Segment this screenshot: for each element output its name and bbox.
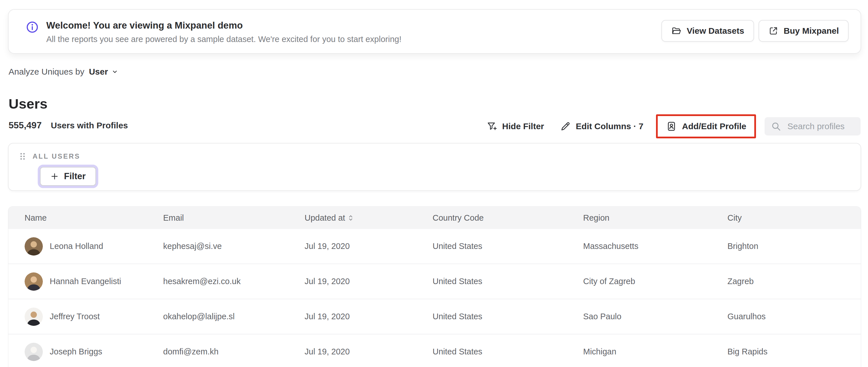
table-row[interactable]: Joseph Briggs domfi@zem.kh Jul 19, 2020 … xyxy=(8,334,861,367)
annotation-highlight-box: Add/Edit Profile xyxy=(656,114,756,138)
external-link-icon xyxy=(768,26,779,36)
stats-row: 555,497 Users with Profiles xyxy=(8,120,128,131)
analyze-by-select[interactable]: User xyxy=(89,67,118,77)
analyze-by-value: User xyxy=(89,67,108,77)
column-header-name: Name xyxy=(25,213,163,223)
edit-columns-button[interactable]: Edit Columns · 7 xyxy=(560,121,644,132)
search-icon xyxy=(771,121,781,131)
avatar xyxy=(25,308,43,326)
user-city: Big Rapids xyxy=(727,347,861,357)
user-name: Joseph Briggs xyxy=(50,347,102,357)
view-datasets-label: View Datasets xyxy=(687,26,744,36)
search-profiles-box[interactable] xyxy=(765,117,861,135)
pencil-icon xyxy=(560,121,571,132)
user-city: Zagreb xyxy=(727,277,861,286)
drag-handle-icon[interactable] xyxy=(20,152,26,161)
user-name: Hannah Evangelisti xyxy=(50,277,121,286)
add-edit-profile-label: Add/Edit Profile xyxy=(682,121,746,131)
funnel-plus-icon xyxy=(487,121,497,132)
name-cell: Leona Holland xyxy=(25,237,163,255)
user-city: Guarulhos xyxy=(727,312,861,321)
add-filter-label: Filter xyxy=(64,171,86,182)
users-table: Name Email Updated at Country Code Regio… xyxy=(8,206,861,367)
user-region: Sao Paulo xyxy=(583,312,727,321)
search-profiles-input[interactable] xyxy=(787,121,854,131)
table-row[interactable]: Leona Holland kephesaj@si.ve Jul 19, 202… xyxy=(8,229,861,264)
analyze-row: Analyze Uniques by User xyxy=(8,67,118,77)
user-country-code: United States xyxy=(433,242,583,251)
name-cell: Jeffrey Troost xyxy=(25,308,163,326)
user-email: hesakrem@ezi.co.uk xyxy=(163,277,305,286)
column-header-email: Email xyxy=(163,213,305,223)
plus-icon xyxy=(50,172,59,181)
user-updated-at: Jul 19, 2020 xyxy=(305,312,433,321)
info-icon xyxy=(26,21,39,34)
view-datasets-button[interactable]: View Datasets xyxy=(661,20,754,42)
add-edit-profile-button[interactable]: Add/Edit Profile xyxy=(666,121,746,132)
hide-filter-button[interactable]: Hide Filter xyxy=(487,121,544,132)
table-header-row: Name Email Updated at Country Code Regio… xyxy=(8,207,861,229)
user-updated-at: Jul 19, 2020 xyxy=(305,277,433,286)
toolbar: Hide Filter Edit Columns · 7 Add/Edit Pr… xyxy=(487,114,861,138)
folder-icon xyxy=(671,26,681,36)
sort-icon xyxy=(348,214,353,222)
filter-group-header: ALL USERS xyxy=(20,152,861,161)
name-cell: Joseph Briggs xyxy=(25,343,163,361)
user-city: Brighton xyxy=(727,242,861,251)
user-email: domfi@zem.kh xyxy=(163,347,305,357)
buy-mixpanel-button[interactable]: Buy Mixpanel xyxy=(758,20,848,42)
user-region: Massachusetts xyxy=(583,242,727,251)
profile-card-icon xyxy=(666,121,677,132)
profiles-count: 555,497 xyxy=(8,120,42,131)
user-country-code: United States xyxy=(433,312,583,321)
buy-mixpanel-label: Buy Mixpanel xyxy=(784,26,839,36)
edit-columns-label: Edit Columns · 7 xyxy=(576,121,644,131)
analyze-label: Analyze Uniques by xyxy=(8,67,84,77)
banner-title: Welcome! You are viewing a Mixpanel demo xyxy=(46,20,661,31)
banner-text: Welcome! You are viewing a Mixpanel demo… xyxy=(46,20,661,44)
filter-group-label: ALL USERS xyxy=(33,152,80,160)
user-email: okahelop@lalijpe.sl xyxy=(163,312,305,321)
user-country-code: United States xyxy=(433,347,583,357)
column-header-country-code: Country Code xyxy=(433,213,583,223)
user-name: Jeffrey Troost xyxy=(50,312,100,321)
table-row[interactable]: Jeffrey Troost okahelop@lalijpe.sl Jul 1… xyxy=(8,299,861,334)
avatar xyxy=(25,343,43,361)
avatar xyxy=(25,237,43,255)
user-updated-at: Jul 19, 2020 xyxy=(305,242,433,251)
user-updated-at: Jul 19, 2020 xyxy=(305,347,433,357)
banner-buttons: View Datasets Buy Mixpanel xyxy=(661,20,848,42)
column-header-city: City xyxy=(727,213,861,223)
user-region: City of Zagreb xyxy=(583,277,727,286)
name-cell: Hannah Evangelisti xyxy=(25,272,163,291)
column-header-region: Region xyxy=(583,213,727,223)
welcome-banner: Welcome! You are viewing a Mixpanel demo… xyxy=(8,9,861,54)
user-email: kephesaj@si.ve xyxy=(163,242,305,251)
user-region: Michigan xyxy=(583,347,727,357)
user-name: Leona Holland xyxy=(50,242,103,251)
hide-filter-label: Hide Filter xyxy=(502,121,544,131)
user-country-code: United States xyxy=(433,277,583,286)
table-row[interactable]: Hannah Evangelisti hesakrem@ezi.co.uk Ju… xyxy=(8,264,861,299)
page-title: Users xyxy=(8,96,48,112)
filter-button-focus-ring: Filter xyxy=(38,165,98,188)
avatar xyxy=(25,272,43,291)
filter-panel: ALL USERS Filter xyxy=(8,143,861,191)
banner-subtitle: All the reports you see are powered by a… xyxy=(46,35,661,44)
add-filter-button[interactable]: Filter xyxy=(40,167,96,186)
chevron-down-icon xyxy=(112,68,118,75)
column-header-updated-at[interactable]: Updated at xyxy=(305,213,433,223)
profiles-count-label: Users with Profiles xyxy=(51,121,128,130)
column-header-updated-at-label: Updated at xyxy=(305,213,345,223)
